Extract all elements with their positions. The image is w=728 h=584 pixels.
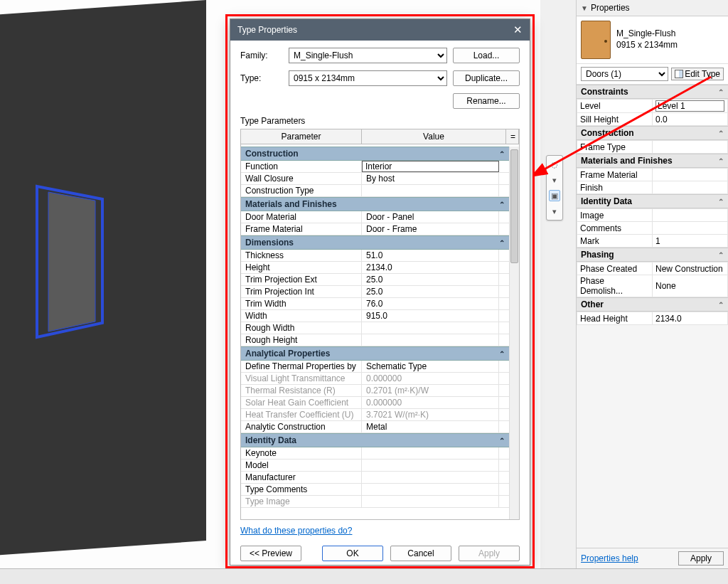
property-row[interactable]: Sill Height0.0 <box>577 113 728 126</box>
property-value[interactable] <box>653 209 728 222</box>
property-row[interactable]: Image <box>577 209 728 222</box>
property-value[interactable]: None <box>653 275 728 297</box>
parameter-value[interactable]: 0.000000 <box>362 373 499 384</box>
parameter-value[interactable] <box>362 496 499 507</box>
parameter-value[interactable]: 76.0 <box>362 298 499 309</box>
parameter-value[interactable] <box>362 472 499 483</box>
parameter-row[interactable]: Thermal Resistance (R)0.2701 (m²·K)/W <box>241 385 509 397</box>
parameter-row[interactable]: Frame MaterialDoor - Frame <box>241 223 509 235</box>
parameter-value[interactable]: 0.2701 (m²·K)/W <box>362 385 499 396</box>
property-group-header[interactable]: Other⌃ <box>577 297 728 312</box>
parameter-row[interactable]: Type Comments <box>241 484 509 496</box>
instance-filter-select[interactable]: Doors (1) <box>581 67 668 81</box>
parameter-value[interactable] <box>362 484 499 495</box>
close-icon[interactable]: ✕ <box>513 23 523 36</box>
parameter-value[interactable]: By host <box>362 173 499 184</box>
parameter-row[interactable]: Trim Width76.0 <box>241 298 509 310</box>
property-value[interactable] <box>653 222 728 235</box>
duplicate-button[interactable]: Duplicate... <box>453 70 520 86</box>
property-group-header[interactable]: Identity Data⌃ <box>577 194 728 208</box>
parameter-row[interactable]: Width915.0 <box>241 310 509 322</box>
property-value[interactable] <box>653 181 728 194</box>
parameter-row[interactable]: Trim Projection Int25.0 <box>241 286 509 298</box>
property-group-header[interactable]: Constraints⌃ <box>577 85 728 99</box>
parameter-value[interactable] <box>362 334 499 346</box>
parameter-row[interactable]: Keynote <box>241 447 509 460</box>
parameter-value[interactable]: 3.7021 W/(m²·K) <box>362 409 499 420</box>
parameter-row[interactable]: Door MaterialDoor - Panel <box>241 211 509 223</box>
properties-help-link[interactable]: Properties help <box>581 553 638 563</box>
parameter-group-header[interactable]: Analytical Properties⌃ <box>241 346 509 361</box>
preview-button[interactable]: << Preview <box>240 546 301 561</box>
scrollbar-thumb[interactable] <box>510 149 518 263</box>
cancel-button[interactable]: Cancel <box>390 546 451 561</box>
properties-help-link[interactable]: What do these properties do? <box>240 526 352 536</box>
parameter-row[interactable]: Heat Transfer Coefficient (U)3.7021 W/(m… <box>241 409 509 421</box>
property-row[interactable]: Comments <box>577 222 728 235</box>
parameter-group-header[interactable]: Materials and Finishes⌃ <box>241 197 509 211</box>
parameter-value[interactable]: Door - Panel <box>362 211 499 223</box>
parameter-value[interactable]: 51.0 <box>362 250 499 261</box>
property-row[interactable]: Finish <box>577 181 728 194</box>
dropdown-icon[interactable]: ▼ <box>581 4 588 12</box>
type-select[interactable]: 0915 x 2134mm <box>289 70 447 86</box>
parameter-row[interactable]: Height2134.0 <box>241 262 509 274</box>
property-row[interactable]: Head Height2134.0 <box>577 312 728 325</box>
family-select[interactable]: M_Single-Flush <box>289 48 447 63</box>
parameter-row[interactable]: Define Thermal Properties bySchematic Ty… <box>241 361 509 373</box>
rename-button[interactable]: Rename... <box>453 93 520 109</box>
property-row[interactable]: Frame Type <box>577 141 728 154</box>
parameter-value[interactable]: Door - Frame <box>362 223 499 235</box>
property-value[interactable] <box>653 169 728 181</box>
property-value[interactable]: 0.0 <box>653 113 728 126</box>
parameter-value[interactable] <box>362 185 499 196</box>
parameter-row[interactable]: Rough Width <box>241 322 509 334</box>
property-value-input[interactable] <box>655 100 724 112</box>
property-row[interactable]: Phase Demolish...None <box>577 275 728 297</box>
property-row[interactable]: Level <box>577 100 728 113</box>
load-button[interactable]: Load... <box>453 48 520 63</box>
column-value[interactable]: Value <box>362 129 506 144</box>
parameter-value[interactable]: 25.0 <box>362 274 499 285</box>
parameter-group-header[interactable]: Identity Data⌃ <box>241 433 509 447</box>
property-row[interactable]: Mark1 <box>577 235 728 248</box>
parameter-row[interactable]: Visual Light Transmittance0.000000 <box>241 373 509 385</box>
parameter-value[interactable]: Schematic Type <box>362 361 499 372</box>
property-value[interactable] <box>653 141 728 154</box>
parameter-row[interactable]: Model <box>241 460 509 472</box>
parameter-row[interactable]: FunctionInterior <box>241 161 509 173</box>
parameter-row[interactable]: Manufacturer <box>241 472 509 484</box>
property-value[interactable] <box>653 100 728 113</box>
dialog-title-bar[interactable]: Type Properties ✕ <box>230 19 530 41</box>
parameter-value[interactable] <box>362 322 499 334</box>
parameter-row[interactable]: Solar Heat Gain Coefficient0.000000 <box>241 397 509 409</box>
type-selector[interactable]: M_Single-Flush 0915 x 2134mm <box>577 16 728 64</box>
parameter-value[interactable] <box>362 447 499 459</box>
scrollbar[interactable] <box>509 147 519 519</box>
parameter-value[interactable]: 0.000000 <box>362 397 499 408</box>
property-group-header[interactable]: Phasing⌃ <box>577 248 728 262</box>
parameter-row[interactable]: Construction Type <box>241 185 509 197</box>
property-value[interactable]: 2134.0 <box>653 312 728 325</box>
parameter-group-header[interactable]: Dimensions⌃ <box>241 235 509 250</box>
parameter-row[interactable]: Thickness51.0 <box>241 250 509 262</box>
chevron-down-icon[interactable]: ▾ <box>549 174 560 186</box>
parameter-value[interactable]: 915.0 <box>362 310 499 322</box>
chevron-down-icon[interactable]: ▾ <box>549 206 560 217</box>
property-row[interactable]: Frame Material <box>577 169 728 181</box>
ok-button[interactable]: OK <box>322 546 383 561</box>
parameter-row[interactable]: Rough Height <box>241 334 509 346</box>
property-row[interactable]: Phase CreatedNew Construction <box>577 262 728 275</box>
column-parameter[interactable]: Parameter <box>241 129 362 144</box>
property-group-header[interactable]: Construction⌃ <box>577 126 728 140</box>
parameter-value[interactable]: Metal <box>362 421 499 432</box>
filter-icon[interactable]: ◌ <box>549 159 560 170</box>
property-group-header[interactable]: Materials and Finishes⌃ <box>577 154 728 168</box>
parameter-value[interactable]: Interior <box>362 161 499 172</box>
property-value[interactable]: New Construction <box>653 262 728 275</box>
parameter-row[interactable]: Analytic ConstructionMetal <box>241 421 509 433</box>
parameter-row[interactable]: Wall ClosureBy host <box>241 173 509 185</box>
selection-box-icon[interactable]: ▣ <box>549 190 560 201</box>
parameter-value[interactable]: 25.0 <box>362 286 499 297</box>
property-value[interactable]: 1 <box>653 235 728 248</box>
